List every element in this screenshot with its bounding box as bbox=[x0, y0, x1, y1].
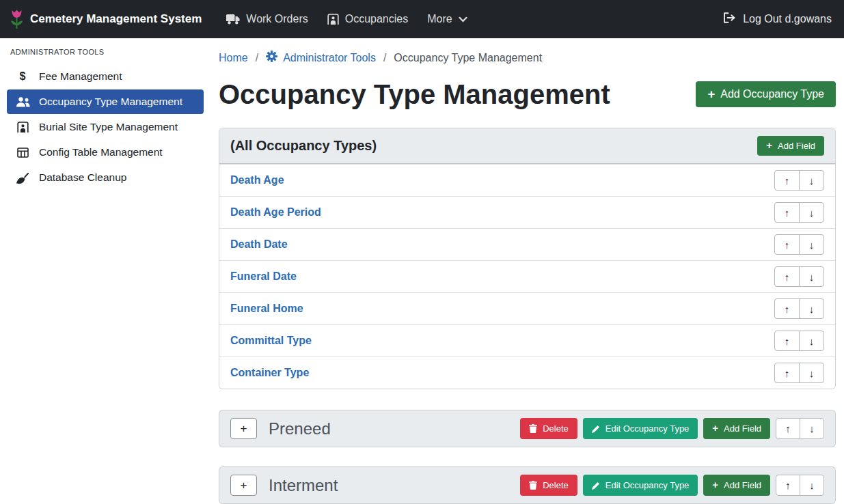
add-occupancy-type-label: Add Occupancy Type bbox=[720, 88, 824, 100]
reorder-button-group: ↑ ↓ bbox=[774, 234, 824, 255]
move-down-button[interactable]: ↓ bbox=[800, 475, 824, 496]
occupancy-type-section-interment: + Interment Delete bbox=[219, 466, 836, 504]
move-down-button[interactable]: ↓ bbox=[799, 363, 824, 383]
section-actions: Delete Edit Occupancy Type + Add Field ↑ bbox=[520, 475, 824, 496]
field-row: Funeral Home ↑ ↓ bbox=[219, 292, 835, 324]
arrow-down-icon: ↓ bbox=[809, 239, 815, 251]
add-field-label: Add Field bbox=[724, 480, 761, 490]
field-link-death-age-period[interactable]: Death Age Period bbox=[230, 206, 321, 219]
plus-icon: + bbox=[712, 480, 718, 490]
nav-occupancies[interactable]: Occupancies bbox=[318, 8, 418, 31]
move-down-button[interactable]: ↓ bbox=[799, 202, 824, 223]
field-link-death-age[interactable]: Death Age bbox=[230, 174, 284, 186]
nav-work-orders[interactable]: Work Orders bbox=[217, 8, 317, 31]
sidebar-item-fee-management[interactable]: $ Fee Management bbox=[7, 64, 204, 89]
move-up-button[interactable]: ↑ bbox=[776, 475, 800, 496]
field-row: Death Age Period ↑ ↓ bbox=[219, 196, 835, 228]
reorder-button-group: ↑ ↓ bbox=[774, 266, 824, 287]
trash-icon bbox=[529, 481, 537, 490]
logout-label: Log Out d.gowans bbox=[743, 13, 832, 25]
delete-button[interactable]: Delete bbox=[520, 418, 577, 439]
breadcrumb-home[interactable]: Home bbox=[219, 52, 248, 64]
arrow-down-icon: ↓ bbox=[809, 479, 815, 491]
breadcrumb: Home / Administrator Tools / Occupancy T… bbox=[219, 45, 836, 72]
field-row: Death Date ↑ ↓ bbox=[219, 228, 835, 260]
person-shelter-icon bbox=[15, 122, 30, 132]
arrow-up-icon: ↑ bbox=[785, 239, 790, 251]
arrow-down-icon: ↓ bbox=[809, 303, 815, 315]
arrow-up-icon: ↑ bbox=[785, 367, 790, 379]
edit-occupancy-type-button[interactable]: Edit Occupancy Type bbox=[583, 418, 698, 439]
breadcrumb-administrator-tools[interactable]: Administrator Tools bbox=[266, 51, 376, 65]
occupancy-type-name: Interment bbox=[269, 476, 338, 495]
app-brand[interactable]: Cemetery Management System bbox=[10, 9, 202, 29]
breadcrumb-separator: / bbox=[383, 52, 386, 64]
chevron-down-icon bbox=[459, 16, 467, 23]
nav-more[interactable]: More bbox=[418, 8, 476, 31]
sidebar-item-config-table-management[interactable]: Config Table Management bbox=[7, 140, 204, 165]
arrow-down-icon: ↓ bbox=[809, 423, 815, 434]
move-down-button[interactable]: ↓ bbox=[800, 418, 824, 439]
occupancy-type-section-preneed: + Preneed Delete bbox=[219, 410, 836, 447]
add-field-label: Add Field bbox=[778, 141, 815, 151]
app-title: Cemetery Management System bbox=[30, 12, 202, 26]
edit-occupancy-type-label: Edit Occupancy Type bbox=[605, 423, 690, 434]
add-field-button[interactable]: + Add Field bbox=[703, 475, 770, 496]
arrow-up-icon: ↑ bbox=[785, 423, 791, 434]
sidebar-item-label: Burial Site Type Management bbox=[39, 121, 178, 133]
field-link-committal-type[interactable]: Committal Type bbox=[230, 335, 312, 347]
delete-label: Delete bbox=[543, 480, 569, 490]
add-field-button[interactable]: + Add Field bbox=[703, 418, 770, 439]
add-occupancy-type-button[interactable]: + Add Occupancy Type bbox=[696, 81, 836, 107]
all-occupancy-types-card: (All Occupancy Types) + Add Field Death … bbox=[219, 128, 836, 389]
all-occupancy-types-header: (All Occupancy Types) + Add Field bbox=[219, 128, 835, 164]
edit-occupancy-type-button[interactable]: Edit Occupancy Type bbox=[583, 475, 698, 496]
move-up-button[interactable]: ↑ bbox=[776, 418, 800, 439]
arrow-up-icon: ↑ bbox=[785, 175, 790, 186]
truck-icon bbox=[226, 14, 240, 25]
plus-icon: + bbox=[707, 88, 715, 100]
field-link-death-date[interactable]: Death Date bbox=[230, 238, 288, 251]
move-down-button[interactable]: ↓ bbox=[799, 266, 824, 287]
expand-button[interactable]: + bbox=[230, 475, 257, 496]
page-title: Occupancy Type Management bbox=[219, 79, 610, 110]
gear-icon bbox=[266, 51, 277, 65]
move-up-button[interactable]: ↑ bbox=[774, 170, 800, 191]
move-up-button[interactable]: ↑ bbox=[774, 298, 800, 319]
delete-button[interactable]: Delete bbox=[520, 475, 577, 496]
move-up-button[interactable]: ↑ bbox=[774, 331, 800, 351]
table-icon bbox=[15, 148, 30, 158]
move-up-button[interactable]: ↑ bbox=[774, 363, 800, 383]
move-down-button[interactable]: ↓ bbox=[799, 331, 824, 351]
main-nav: Work Orders Occupancies More bbox=[217, 8, 476, 31]
reorder-button-group: ↑ ↓ bbox=[774, 202, 824, 223]
move-up-button[interactable]: ↑ bbox=[774, 202, 800, 223]
move-up-button[interactable]: ↑ bbox=[774, 266, 800, 287]
expand-button[interactable]: + bbox=[230, 418, 257, 439]
sidebar-item-occupancy-type-management[interactable]: Occupancy Type Management bbox=[7, 89, 204, 114]
dollar-icon: $ bbox=[15, 70, 30, 83]
arrow-down-icon: ↓ bbox=[809, 175, 815, 186]
field-link-funeral-date[interactable]: Funeral Date bbox=[230, 270, 297, 283]
field-link-container-type[interactable]: Container Type bbox=[230, 367, 309, 379]
edit-occupancy-type-label: Edit Occupancy Type bbox=[605, 480, 690, 490]
reorder-button-group: ↑ ↓ bbox=[774, 170, 824, 191]
logout-link[interactable]: Log Out d.gowans bbox=[723, 12, 832, 26]
plus-icon: + bbox=[241, 479, 247, 492]
add-field-button[interactable]: + Add Field bbox=[757, 136, 824, 156]
section-actions: Delete Edit Occupancy Type + Add Field ↑ bbox=[520, 418, 824, 439]
nav-work-orders-label: Work Orders bbox=[246, 13, 308, 25]
arrow-down-icon: ↓ bbox=[809, 207, 815, 219]
delete-label: Delete bbox=[543, 423, 569, 434]
sidebar-item-database-cleanup[interactable]: Database Cleanup bbox=[7, 165, 204, 190]
field-row: Container Type ↑ ↓ bbox=[219, 356, 835, 389]
move-down-button[interactable]: ↓ bbox=[799, 234, 824, 255]
sidebar-item-burial-site-type-management[interactable]: Burial Site Type Management bbox=[7, 115, 204, 139]
field-link-funeral-home[interactable]: Funeral Home bbox=[230, 303, 303, 315]
sidebar-heading: ADMINISTRATOR TOOLS bbox=[7, 48, 204, 64]
sidebar: ADMINISTRATOR TOOLS $ Fee Management Occ… bbox=[0, 38, 210, 504]
move-up-button[interactable]: ↑ bbox=[774, 234, 800, 255]
move-down-button[interactable]: ↓ bbox=[799, 298, 824, 319]
move-down-button[interactable]: ↓ bbox=[799, 170, 824, 191]
plus-icon: + bbox=[241, 422, 247, 436]
